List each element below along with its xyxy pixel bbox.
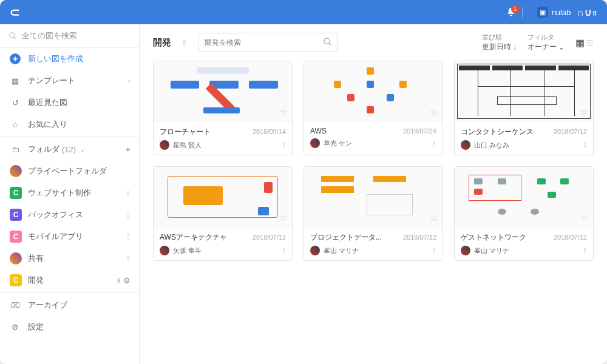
main-panel: 開発 ⩉ 並び順 更新日時 ↓ フィルタ オーナー ⌄ (140, 24, 607, 364)
members-icon: ⩉ (126, 232, 131, 241)
svg-line-3 (329, 43, 331, 45)
create-diagram-button[interactable]: + 新しい図を作成 (0, 48, 139, 70)
members-icon: ⩉ (583, 141, 587, 149)
favorite-button[interactable]: ☆ (430, 107, 438, 118)
brand-name: nulab (552, 8, 571, 17)
history-icon: ↺ (8, 98, 22, 107)
diagram-card[interactable]: ☆AWS2018/07/24草光 ケン⩉ (304, 61, 443, 155)
svg-point-0 (10, 33, 15, 38)
nav-folders[interactable]: 🗀 フォルダ (12) ⌄ + (0, 138, 139, 160)
gear-icon[interactable]: ⚙ (123, 276, 131, 285)
topbar: ⊂ 1 ▣ nulab ∩∪⠿ (0, 0, 607, 24)
list-view-icon[interactable]: ≣ (586, 37, 594, 49)
favorite-button[interactable]: ☆ (430, 212, 438, 223)
add-folder-button[interactable]: + (126, 144, 131, 154)
grid-view-icon[interactable]: ▦ (575, 37, 585, 49)
search-icon (8, 32, 17, 40)
folder-label: 開発 (28, 275, 44, 286)
chevron-down-icon: ⌄ (80, 146, 85, 153)
folder-search[interactable] (198, 33, 337, 52)
owner-avatar (461, 140, 470, 150)
archive-icon: ⌧ (8, 301, 22, 310)
folder-label: ウェブサイト制作 (28, 187, 91, 198)
folder-private[interactable]: プライベートフォルダ (0, 160, 139, 182)
folder-label: 共有 (28, 253, 44, 264)
folder-item[interactable]: 共有⩉ (0, 248, 139, 269)
members-icon: ⩉ (126, 254, 131, 263)
notifications-button[interactable]: 1 (506, 7, 516, 17)
filter-control[interactable]: フィルタ オーナー ⌄ (527, 33, 565, 52)
card-thumbnail: ☆ (154, 167, 292, 228)
owner-name: 草光 ケン (324, 139, 352, 148)
owner-name: 峯山 マリナ (324, 246, 359, 255)
owner-avatar (461, 246, 470, 255)
app-window: ⊂ 1 ▣ nulab ∩∪⠿ 全ての図を検索 + 新しい図を作成 ▦ テン (0, 0, 607, 364)
members-icon: ⩉ (126, 189, 131, 198)
star-icon: ☆ (8, 120, 22, 129)
diagram-card[interactable]: ☆AWSアーキテクチャ2018/07/12矢坂 隼斗⩉ (153, 166, 293, 261)
sort-control[interactable]: 並び順 更新日時 ↓ (482, 33, 517, 52)
template-icon: ▦ (8, 76, 22, 86)
diagram-card[interactable]: ☆フローチャート2018/09/14星島 賢人⩉ (153, 61, 293, 155)
sliders-icon: ⚙ (8, 323, 22, 332)
nav-archive[interactable]: ⌧ アーカイブ (0, 294, 139, 316)
folder-color-icon: C (10, 209, 22, 221)
folder-label: モバイルアプリ (28, 231, 83, 242)
card-thumbnail: ☆ (304, 167, 443, 228)
members-icon: ⩉ (117, 276, 121, 285)
card-title: フローチャート (160, 127, 211, 137)
owner-avatar (160, 140, 169, 150)
card-date: 2018/09/14 (253, 128, 286, 135)
avatar-icon (10, 165, 22, 177)
owner-name: 峯山 マリナ (474, 246, 509, 255)
members-icon: ⩉ (583, 247, 587, 254)
folder-item[interactable]: Cウェブサイト制作⩉ (0, 182, 139, 204)
folder-label: バックオフィス (28, 209, 83, 220)
nav-recent[interactable]: ↺ 最近見た図 (0, 92, 139, 113)
share-icon[interactable]: ⩉ (182, 38, 187, 48)
members-icon: ⩉ (126, 211, 131, 220)
favorite-button[interactable]: ☆ (580, 107, 588, 118)
global-search[interactable]: 全ての図を検索 (0, 24, 139, 48)
plus-icon: + (10, 53, 21, 64)
folder-item[interactable]: Cモバイルアプリ⩉ (0, 226, 139, 248)
svg-point-2 (324, 38, 330, 44)
diagram-grid: ☆フローチャート2018/09/14星島 賢人⩉☆AWS2018/07/24草光… (140, 61, 607, 364)
main-header: 開発 ⩉ 並び順 更新日時 ↓ フィルタ オーナー ⌄ (140, 24, 607, 61)
card-thumbnail: ☆ (304, 61, 443, 122)
folder-icon: 🗀 (8, 145, 22, 154)
owner-name: 山口 みなみ (474, 141, 509, 150)
app-logo[interactable]: ⊂ (10, 5, 20, 19)
folder-item[interactable]: C開発⩉⚙ (0, 269, 139, 291)
card-date: 2018/07/12 (403, 234, 436, 241)
folder-search-input[interactable] (198, 33, 337, 52)
card-title: コンタクトシーケンス (461, 127, 534, 137)
folder-item[interactable]: Cバックオフィス⩉ (0, 204, 139, 226)
nulab-logo-icon[interactable]: ∩∪⠿ (577, 7, 597, 18)
folder-color-icon: C (10, 274, 22, 286)
search-icon (323, 37, 333, 49)
members-icon: ⩉ (433, 140, 436, 147)
apps-button[interactable]: ▣ nulab (537, 7, 577, 18)
briefcase-icon: ▣ (537, 7, 548, 18)
nav-favorites[interactable]: ☆ お気に入り (0, 113, 139, 135)
card-date: 2018/07/12 (253, 234, 286, 241)
diagram-card[interactable]: ☆プロジェクトデータ...2018/07/12峯山 マリナ⩉ (304, 166, 443, 261)
chevron-down-icon: ⌄ (558, 43, 565, 52)
card-title: プロジェクトデータ... (310, 232, 382, 243)
owner-name: 星島 賢人 (173, 141, 202, 150)
diagram-card[interactable]: ☆コンタクトシーケンス2018/07/12山口 みなみ⩉ (454, 61, 594, 155)
diagram-card[interactable]: ☆ゲストネットワーク2018/07/12峯山 マリナ⩉ (454, 166, 594, 261)
nav-templates[interactable]: ▦ テンプレート › (0, 70, 139, 92)
favorite-button[interactable]: ☆ (279, 107, 287, 118)
folder-color-icon: C (10, 231, 22, 243)
favorite-button[interactable]: ☆ (279, 212, 287, 223)
favorite-button[interactable]: ☆ (580, 212, 588, 223)
avatar-icon (10, 252, 22, 265)
card-thumbnail: ☆ (154, 61, 292, 122)
nav-settings[interactable]: ⚙ 設定 (0, 316, 139, 338)
view-toggle[interactable]: ▦ ≣ (575, 37, 594, 49)
card-thumbnail: ☆ (455, 167, 593, 228)
owner-avatar (160, 246, 169, 255)
separator (522, 7, 523, 18)
